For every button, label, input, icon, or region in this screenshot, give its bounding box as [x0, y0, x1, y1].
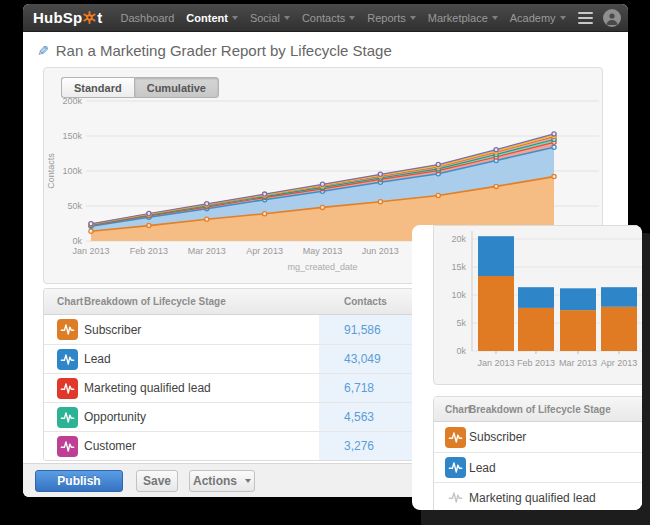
- detail-popover: 0k5k10k15k20kJan 2013Feb 2013Mar 2013Apr…: [412, 225, 642, 510]
- y-tick-label: 0k: [456, 346, 466, 356]
- actions-label: Actions: [193, 474, 237, 488]
- edit-pencil-icon[interactable]: ✎: [37, 43, 49, 59]
- x-tick-label: Apr 2013: [601, 358, 638, 368]
- nav-item-label: Contacts: [302, 12, 345, 24]
- publish-button[interactable]: Publish: [35, 470, 123, 492]
- icon-cell: [44, 378, 84, 399]
- nav-item-label: Social: [250, 12, 280, 24]
- waveform-chart-icon: [445, 427, 466, 448]
- chevron-down-icon: [560, 16, 566, 20]
- x-tick-label: Feb 2013: [517, 358, 555, 368]
- nav-item-label: Content: [186, 12, 228, 24]
- y-tick-label: 100k: [62, 166, 82, 176]
- stage-label: Lead: [84, 352, 319, 366]
- chevron-down-icon: [349, 16, 355, 20]
- data-point: [263, 192, 267, 196]
- breakdown-column-header: Breakdown of Lifecycle Stage: [84, 296, 319, 307]
- stage-label: Subscriber: [469, 430, 642, 444]
- y-tick-label: 5k: [456, 318, 466, 328]
- icon-cell: [434, 427, 469, 448]
- y-axis-label: Contacts: [46, 153, 56, 189]
- popover-table: Chart Breakdown of Lifecycle Stage Subsc…: [433, 396, 642, 510]
- bar-segment-subscriber: [478, 276, 514, 351]
- nav-item-reports[interactable]: Reports: [367, 12, 416, 24]
- icon-cell: [44, 319, 84, 340]
- waveform-chart-icon: [57, 436, 78, 457]
- data-point: [89, 222, 93, 226]
- bar-segment-subscriber: [560, 310, 596, 351]
- standard-toggle-button[interactable]: Standard: [61, 77, 134, 98]
- stage-label: Marketing qualified lead: [469, 491, 642, 505]
- bar-segment-lead: [601, 287, 637, 307]
- waveform-chart-icon: [57, 378, 78, 399]
- popover-table-row[interactable]: Subscriber: [434, 422, 642, 452]
- y-tick-label: 0k: [72, 236, 82, 246]
- x-tick-label: Mar 2013: [559, 358, 597, 368]
- chart-mode-toggle: Standard Cumulative: [61, 77, 219, 98]
- data-point: [89, 229, 93, 233]
- breakdown-column-header: Breakdown of Lifecycle Stage: [469, 404, 642, 415]
- data-point: [494, 148, 498, 152]
- x-tick-label: Jan 2013: [72, 246, 109, 256]
- bar-chart-panel: 0k5k10k15k20kJan 2013Feb 2013Mar 2013Apr…: [433, 225, 642, 385]
- data-point: [263, 212, 267, 216]
- y-tick-label: 150k: [62, 131, 82, 141]
- nav-item-content[interactable]: Content: [186, 12, 238, 24]
- user-avatar[interactable]: [603, 9, 621, 27]
- data-point: [147, 211, 151, 215]
- popover-table-body: SubscriberLeadMarketing qualified lead: [434, 422, 642, 510]
- waveform-chart-icon: [57, 407, 78, 428]
- bar-segment-lead: [478, 236, 514, 276]
- logo-text-right: t: [97, 9, 102, 26]
- y-tick-label: 50k: [67, 201, 82, 211]
- nav-item-dashboard[interactable]: Dashboard: [121, 12, 175, 24]
- chevron-down-icon: [410, 16, 416, 20]
- waveform-chart-icon: [57, 349, 78, 370]
- bar-segment-lead: [560, 288, 596, 310]
- chevron-down-icon: [232, 16, 238, 20]
- logo-text-left: HubSp: [33, 9, 82, 26]
- bar-segment-subscriber: [518, 308, 554, 351]
- icon-cell: [44, 349, 84, 370]
- data-point: [147, 224, 151, 228]
- x-tick-label: May 2013: [303, 246, 343, 256]
- y-tick-label: 15k: [451, 262, 466, 272]
- nav-item-marketplace[interactable]: Marketplace: [428, 12, 498, 24]
- person-icon: [605, 11, 619, 25]
- bar-segment-subscriber: [601, 307, 637, 351]
- cumulative-toggle-button[interactable]: Cumulative: [134, 77, 219, 98]
- data-point: [494, 184, 498, 188]
- waveform-chart-icon: [57, 319, 78, 340]
- popover-header-row: Chart Breakdown of Lifecycle Stage: [434, 397, 642, 422]
- data-point: [378, 200, 382, 204]
- icon-cell: [44, 407, 84, 428]
- top-nav: HubSp t DashboardContentSocialContactsRe…: [23, 4, 628, 32]
- actions-dropdown-button[interactable]: Actions: [189, 470, 255, 492]
- nav-item-label: Academy: [510, 12, 556, 24]
- save-button[interactable]: Save: [136, 470, 178, 492]
- x-tick-label: Jun 2013: [362, 246, 399, 256]
- x-tick-label: Apr 2013: [246, 246, 283, 256]
- bar-segment-lead: [518, 287, 554, 308]
- chevron-down-icon: [284, 16, 290, 20]
- nav-item-academy[interactable]: Academy: [510, 12, 566, 24]
- icon-cell: [44, 436, 84, 457]
- nav-menu: DashboardContentSocialContactsReportsMar…: [121, 12, 578, 24]
- chart-column-header: Chart: [44, 296, 84, 307]
- data-point: [552, 145, 556, 149]
- x-tick-label: Mar 2013: [188, 246, 226, 256]
- stage-label: Opportunity: [84, 410, 319, 424]
- y-tick-label: 10k: [451, 290, 466, 300]
- sprocket-icon: [83, 11, 96, 24]
- stage-label: Lead: [469, 461, 642, 475]
- data-point: [552, 175, 556, 179]
- popover-table-row[interactable]: Lead: [434, 452, 642, 482]
- nav-item-social[interactable]: Social: [250, 12, 290, 24]
- popover-table-row[interactable]: Marketing qualified lead: [434, 482, 642, 510]
- hubspot-logo[interactable]: HubSp t: [33, 9, 103, 26]
- chevron-down-icon: [492, 16, 498, 20]
- nav-item-contacts[interactable]: Contacts: [302, 12, 355, 24]
- hamburger-menu-icon[interactable]: [578, 12, 593, 24]
- y-tick-label: 20k: [451, 234, 466, 244]
- waveform-chart-icon: [445, 487, 466, 508]
